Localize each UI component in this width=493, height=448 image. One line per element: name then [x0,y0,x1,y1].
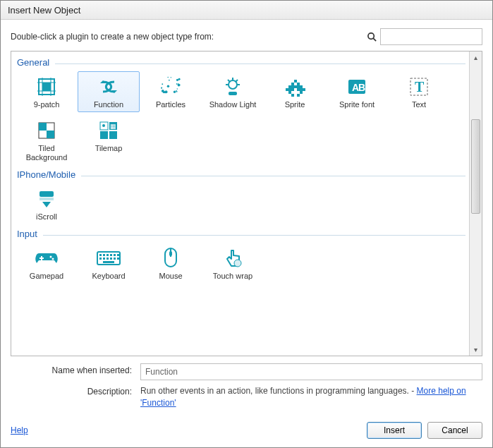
svg-line-1 [373,38,376,41]
svg-rect-50 [303,88,305,91]
svg-point-0 [367,32,373,38]
svg-rect-41 [291,85,294,88]
plugin-item-label: Touch wrap [202,272,263,281]
svg-rect-53 [291,94,294,97]
svg-rect-87 [110,258,112,260]
svg-rect-37 [294,80,297,83]
spritefont-icon: AB [327,75,387,99]
svg-point-11 [171,77,171,78]
plugin-item[interactable]: ABSprite font [326,71,388,112]
category-header[interactable]: General [17,57,465,68]
plugin-item-label: Particles [140,100,201,109]
plugin-list-scroll[interactable]: General9-patchFunctionParticlesShadow Li… [11,52,470,356]
svg-marker-72 [42,202,51,207]
svg-rect-45 [286,88,288,91]
svg-point-21 [169,80,170,81]
svg-point-94 [234,260,241,267]
svg-point-18 [167,77,168,78]
plugin-item[interactable]: Gamepad [16,243,78,284]
plugin-item[interactable]: Shadow Light [202,71,264,112]
plugin-item[interactable]: Touch wrap [202,243,264,284]
description-label: Description: [11,385,140,396]
tiledbg-icon [16,119,77,143]
svg-rect-44 [300,85,303,88]
function-icon [78,75,139,99]
category-header[interactable]: IPhone/Mobile [17,169,465,180]
description-body: Run other events in an action, like func… [140,386,417,396]
title-bar[interactable]: Insert New Object [1,1,492,20]
svg-rect-85 [103,258,105,260]
svg-point-19 [176,83,178,85]
svg-point-14 [161,87,162,89]
particles-icon [140,75,201,99]
svg-point-16 [162,83,163,85]
category: General9-patchFunctionParticlesShadow Li… [16,57,465,167]
svg-rect-40 [288,85,291,88]
svg-point-75 [50,256,52,258]
header-row: Double-click a plugin to create a new ob… [11,28,482,45]
plugin-item[interactable]: 9-patch [16,71,78,112]
plugin-item-label: Sprite [264,100,325,109]
name-label: Name when inserted: [11,363,140,375]
svg-rect-49 [300,88,303,91]
svg-rect-83 [117,254,119,256]
search-icon[interactable] [366,31,377,42]
category-name: Input [17,229,37,239]
svg-point-68 [102,124,105,127]
scrollbar[interactable]: ▴ ▾ [469,52,482,356]
sprite-icon [264,75,325,99]
plugin-item[interactable]: TText [388,71,450,112]
iscroll-icon [16,187,77,211]
description-row: Description: Run other events in an acti… [11,385,482,409]
plugin-item[interactable]: TiledBackground [16,115,78,165]
category-header[interactable]: Input [17,229,465,239]
scroll-up-arrow[interactable]: ▴ [470,52,482,63]
svg-rect-71 [39,198,54,200]
plugin-item[interactable]: Function [78,71,140,112]
plugin-item-label: Function [78,100,139,109]
svg-rect-86 [106,258,109,260]
plugin-item-label: Shadow Light [202,100,263,109]
svg-rect-78 [99,254,102,256]
svg-rect-42 [294,85,297,88]
svg-rect-84 [99,258,102,260]
category-name: IPhone/Mobile [17,169,75,180]
svg-rect-51 [288,91,291,94]
category: IPhone/MobileiScroll [16,169,465,226]
plugin-item-label: iScroll [16,212,77,222]
touchwrap-icon [202,246,263,270]
svg-point-13 [177,88,178,90]
help-link[interactable]: Help [11,425,28,435]
svg-rect-65 [100,131,108,139]
svg-rect-54 [297,94,300,97]
cancel-button[interactable]: Cancel [427,422,482,439]
scroll-thumb[interactable] [471,119,480,214]
plugin-item[interactable]: Particles [140,71,202,112]
svg-rect-3 [42,83,51,91]
svg-rect-89 [117,258,119,260]
plugin-item[interactable]: iScroll [16,183,78,224]
keyboard-icon [78,246,139,270]
svg-point-12 [167,85,169,87]
svg-point-17 [176,79,178,81]
shadowlight-icon [202,75,263,99]
svg-text:T: T [415,79,425,95]
button-row: Help Insert Cancel [11,422,482,439]
svg-text:B: B [358,82,365,93]
plugin-item[interactable]: Mouse [140,243,202,284]
svg-rect-70 [39,191,54,197]
plugin-item[interactable]: Keyboard [78,243,140,284]
plugin-item[interactable]: Sprite [264,71,326,112]
plugin-item[interactable]: +▦Tilemap [78,115,140,165]
insert-button[interactable]: Insert [367,422,422,439]
svg-text:▦: ▦ [110,123,116,130]
category-name: General [17,57,49,68]
scroll-down-arrow[interactable]: ▾ [470,344,482,356]
ninepatch-icon [16,75,77,99]
search-input[interactable] [380,28,482,45]
plugin-item-label: TiledBackground [16,144,77,162]
svg-point-20 [162,90,164,92]
svg-rect-43 [297,85,300,88]
name-input[interactable] [140,363,482,380]
svg-line-34 [228,80,230,82]
